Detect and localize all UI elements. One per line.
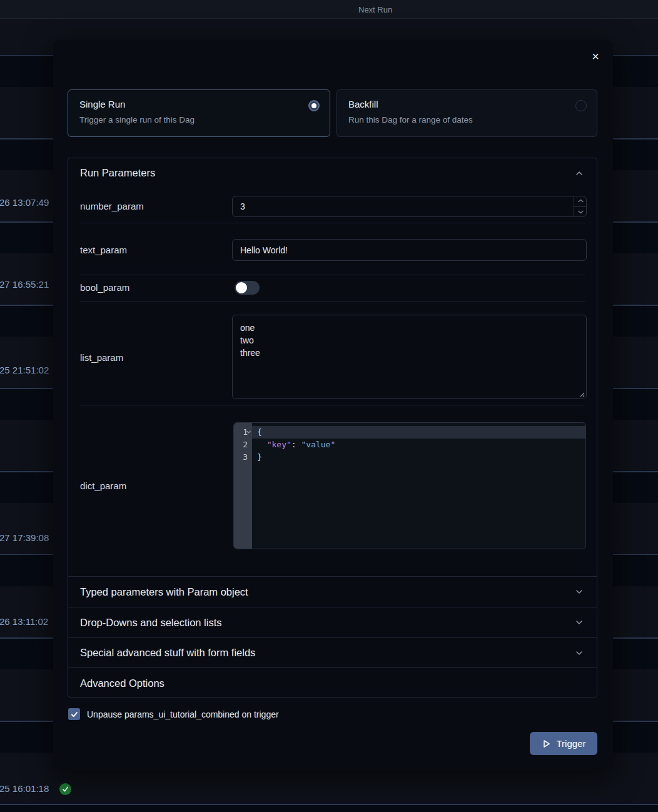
success-check-icon bbox=[59, 783, 71, 795]
code-fold-chevron-icon[interactable] bbox=[246, 430, 251, 434]
stepper-up-icon[interactable] bbox=[574, 196, 587, 207]
json-key: "key" bbox=[267, 440, 291, 449]
section-advanced-options[interactable]: Advanced Options bbox=[68, 667, 597, 698]
section-label: Special advanced stuff with form fields bbox=[80, 647, 574, 659]
text-param-field bbox=[232, 239, 587, 261]
backfill-title: Backfill bbox=[348, 99, 378, 109]
divider bbox=[80, 405, 585, 405]
radio-unselected-icon[interactable] bbox=[575, 100, 587, 111]
json-code: { "key": "value"} bbox=[257, 426, 335, 464]
unpause-checkbox[interactable] bbox=[68, 708, 80, 720]
trigger-button-label: Trigger bbox=[557, 738, 586, 749]
number-param-input[interactable] bbox=[232, 196, 587, 217]
parameters-accordion: Run Parameters number_param bbox=[68, 158, 597, 698]
close-icon[interactable]: × bbox=[588, 49, 603, 64]
line-number: 2 bbox=[234, 439, 248, 451]
section-label: Drop-Downs and selection lists bbox=[80, 617, 574, 629]
section-label: Typed parameters with Param object bbox=[80, 586, 574, 598]
section-typed-parameters[interactable]: Typed parameters with Param object bbox=[68, 576, 597, 607]
list-param-textarea[interactable]: one two three bbox=[232, 315, 587, 399]
section-special-advanced[interactable]: Special advanced stuff with form fields bbox=[68, 637, 597, 667]
chevron-down-icon bbox=[574, 648, 584, 658]
dict-param-code-editor[interactable]: 1 2 3 { "key": "value"} bbox=[233, 422, 586, 549]
run-timestamp-link[interactable]: -25 21:51:02 bbox=[0, 365, 49, 375]
trigger-dag-modal: × Trigger Dag - params_ui_tutorial_combi… bbox=[53, 40, 613, 769]
unpause-checkbox-row[interactable]: Unpause params_ui_tutorial_combined on t… bbox=[68, 708, 279, 720]
number-stepper bbox=[574, 196, 587, 217]
dag-table-header: Next Run bbox=[0, 0, 658, 19]
bool-param-toggle[interactable] bbox=[235, 281, 260, 295]
param-label-number: number_param bbox=[80, 201, 144, 211]
stepper-down-icon[interactable] bbox=[574, 207, 587, 218]
number-param-field bbox=[232, 196, 587, 217]
single-run-description: Trigger a single run of this Dag bbox=[79, 115, 195, 124]
run-timestamp-link[interactable]: -26 13:07:49 bbox=[0, 197, 49, 208]
run-parameters-form: number_param text_param bbox=[68, 188, 597, 576]
section-label: Run Parameters bbox=[80, 167, 574, 179]
section-run-parameters[interactable]: Run Parameters bbox=[68, 158, 597, 188]
text-param-input[interactable] bbox=[232, 239, 587, 261]
run-timestamp-link[interactable]: -25 16:01:18 bbox=[0, 783, 49, 794]
chevron-down-icon bbox=[574, 587, 584, 597]
single-run-title: Single Run bbox=[79, 99, 125, 109]
section-label: Advanced Options bbox=[80, 678, 584, 689]
play-icon bbox=[542, 739, 551, 749]
param-label-dict: dict_param bbox=[80, 480, 126, 491]
radio-selected-icon[interactable] bbox=[308, 100, 320, 111]
backfill-description: Run this Dag for a range of dates bbox=[348, 115, 473, 124]
chevron-down-icon bbox=[574, 617, 584, 627]
run-timestamp-link[interactable]: -26 13:11:02 bbox=[0, 616, 48, 627]
list-param-field: one two three bbox=[232, 315, 587, 399]
line-number: 3 bbox=[234, 451, 248, 464]
run-timestamp-link[interactable]: -27 16:55:21 bbox=[0, 279, 49, 290]
next-run-column-header: Next Run bbox=[358, 5, 392, 14]
chevron-up-icon bbox=[574, 168, 584, 178]
line-number: 1 bbox=[234, 426, 248, 439]
json-value: "value" bbox=[301, 440, 335, 449]
divider bbox=[80, 302, 585, 302]
trigger-button[interactable]: Trigger bbox=[530, 732, 597, 755]
section-dropdowns[interactable]: Drop-Downs and selection lists bbox=[68, 607, 597, 637]
param-label-bool: bool_param bbox=[80, 282, 129, 293]
single-run-option-card[interactable]: Single Run Trigger a single run of this … bbox=[68, 89, 330, 137]
param-label-list: list_param bbox=[80, 352, 123, 363]
toggle-knob bbox=[236, 282, 247, 293]
backfill-option-card[interactable]: Backfill Run this Dag for a range of dat… bbox=[337, 89, 597, 137]
run-timestamp-link[interactable]: -27 17:39:08 bbox=[0, 532, 49, 543]
app-background: Next Run -26 13:07:49 -27 16:55:21 -25 2… bbox=[0, 0, 658, 812]
divider bbox=[80, 223, 585, 223]
divider bbox=[80, 275, 585, 275]
unpause-label: Unpause params_ui_tutorial_combined on t… bbox=[87, 709, 279, 719]
resize-handle-icon[interactable] bbox=[579, 391, 585, 397]
param-label-text: text_param bbox=[80, 245, 127, 255]
